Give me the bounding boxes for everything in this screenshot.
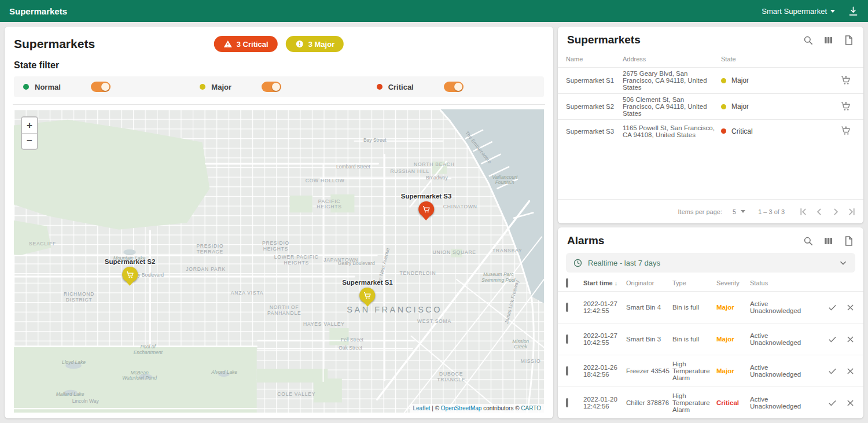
- divider: [13, 104, 545, 105]
- state-label: Critical: [731, 127, 753, 135]
- clear-icon[interactable]: [845, 303, 855, 312]
- critical-toggle[interactable]: [444, 82, 464, 92]
- acknowledge-icon[interactable]: [827, 303, 837, 312]
- acknowledge-icon[interactable]: [827, 334, 837, 344]
- supermarkets-map-card: Supermarkets 3 Critical 3 Major State fi…: [5, 27, 553, 418]
- critical-count-badge[interactable]: 3 Critical: [214, 36, 278, 52]
- table-row[interactable]: Supermarket S1 2675 Geary Blvd, San Fran…: [558, 67, 863, 93]
- attribution-text: contributors ©: [481, 405, 521, 411]
- column-originator[interactable]: Originator: [626, 279, 672, 286]
- osm-link[interactable]: OpenStreetMap: [441, 405, 482, 411]
- map-label: SAN FRANCISCO: [347, 304, 442, 314]
- map[interactable]: SAN FRANCISCOBay StreetNORTH BEACHLombar…: [14, 109, 544, 413]
- columns-icon[interactable]: [823, 236, 834, 247]
- cart-action-icon[interactable]: [840, 125, 855, 137]
- map-marker-supermarket-s1[interactable]: Supermarket S1: [342, 279, 393, 303]
- map-marker-supermarket-s2[interactable]: Supermarket S2: [105, 258, 156, 282]
- warning-icon: [223, 39, 233, 49]
- prev-page-icon[interactable]: [814, 206, 825, 218]
- major-toggle[interactable]: [262, 82, 281, 92]
- map-label: NORTH BEACH: [414, 162, 455, 168]
- alarm-row[interactable]: 2022-01-20 12:42:56 Chiller 378876 High …: [558, 387, 863, 418]
- row-checkbox[interactable]: [566, 398, 568, 407]
- leaflet-link[interactable]: Leaflet: [413, 405, 430, 411]
- alarm-row[interactable]: 2022-01-26 18:42:56 Freezer 43545 High T…: [558, 355, 863, 387]
- supermarket-name: Supermarket S3: [566, 128, 623, 135]
- table-row[interactable]: Supermarket S2 506 Clement St, San Franc…: [558, 93, 863, 119]
- table-row[interactable]: Supermarket S3 1165 Powell St, San Franc…: [558, 119, 863, 142]
- map-label: UNION SQUARE: [433, 250, 476, 256]
- chevron-down-icon: [741, 210, 745, 213]
- major-state-dot: [200, 84, 205, 90]
- last-page-icon[interactable]: [846, 206, 858, 218]
- alarm-originator: Smart Bin 4: [626, 304, 672, 311]
- cart-marker-icon: [418, 201, 434, 217]
- alarm-severity: Critical: [716, 399, 750, 406]
- items-per-page-select[interactable]: 5: [733, 208, 745, 215]
- state-dot: [721, 78, 726, 83]
- column-address[interactable]: Address: [623, 56, 721, 62]
- column-type[interactable]: Type: [672, 279, 716, 286]
- carto-link[interactable]: CARTO: [521, 405, 541, 411]
- acknowledge-icon[interactable]: [827, 398, 837, 408]
- next-page-icon[interactable]: [830, 206, 841, 218]
- row-checkbox[interactable]: [566, 303, 568, 312]
- select-all-checkbox[interactable]: [566, 278, 568, 288]
- major-count-badge[interactable]: 3 Major: [286, 36, 344, 52]
- first-page-icon[interactable]: [797, 206, 809, 218]
- timewindow-select[interactable]: Realtime - last 7 days: [566, 253, 855, 273]
- column-status[interactable]: Status: [750, 279, 804, 286]
- entity-select[interactable]: Smart Supermarket: [762, 7, 835, 16]
- alarm-originator: Freezer 43545: [626, 367, 672, 374]
- normal-toggle[interactable]: [91, 82, 111, 92]
- supermarket-state: Critical: [721, 127, 840, 135]
- items-per-page-value: 5: [733, 208, 736, 215]
- alarm-row[interactable]: 2022-01-27 12:42:55 Smart Bin 4 Bin is f…: [558, 291, 863, 323]
- alarm-row[interactable]: 2022-01-27 10:42:55 Smart Bin 3 Bin is f…: [558, 323, 863, 355]
- map-label: Fell Street: [341, 337, 363, 343]
- alarm-type: Bin is full: [672, 336, 716, 343]
- column-state[interactable]: State: [721, 56, 855, 62]
- map-label: RICHMOND DISTRICT: [57, 292, 102, 304]
- filter-label-critical: Critical: [388, 83, 414, 91]
- search-icon[interactable]: [803, 35, 814, 46]
- supermarket-address: 2675 Geary Blvd, San Francisco, CA 94118…: [623, 70, 721, 91]
- alarm-originator: Chiller 378876: [626, 399, 672, 406]
- export-icon[interactable]: [843, 236, 854, 247]
- map-label: Museum Parc Swimming Pool: [478, 272, 518, 284]
- page-range-label: 1 – 3 of 3: [758, 208, 785, 215]
- alarms-column-header: Start time ↓ Originator Type Severity St…: [558, 274, 863, 291]
- search-icon[interactable]: [803, 236, 814, 247]
- zoom-out-button[interactable]: −: [22, 133, 37, 149]
- alarms-title: Alarms: [567, 234, 604, 247]
- alarm-type: Bin is full: [672, 304, 716, 311]
- download-icon[interactable]: [848, 6, 859, 17]
- row-checkbox[interactable]: [566, 334, 568, 344]
- state-filter-bar: Normal Major Critical: [14, 76, 544, 97]
- clear-icon[interactable]: [845, 398, 855, 408]
- column-name[interactable]: Name: [566, 56, 623, 62]
- supermarket-state: Major: [721, 76, 840, 84]
- row-checkbox[interactable]: [566, 366, 568, 376]
- clear-icon[interactable]: [845, 334, 855, 344]
- cart-action-icon[interactable]: [840, 75, 855, 87]
- zoom-in-button[interactable]: +: [22, 117, 37, 133]
- map-label: RUSSIAN HILL: [390, 170, 429, 175]
- map-label: JAPANTOWN: [323, 258, 358, 264]
- entity-select-value: Smart Supermarket: [762, 7, 827, 16]
- acknowledge-icon[interactable]: [827, 366, 837, 376]
- column-start-time[interactable]: Start time ↓: [583, 279, 626, 286]
- export-icon[interactable]: [843, 35, 854, 46]
- supermarkets-table-title: Supermarkets: [567, 34, 641, 46]
- map-label: SEACLIFF: [29, 241, 56, 247]
- column-severity[interactable]: Severity: [716, 279, 750, 286]
- alarm-originator: Smart Bin 3: [626, 336, 672, 343]
- alarm-type: High Temperature Alarm: [672, 392, 716, 413]
- columns-icon[interactable]: [823, 35, 834, 46]
- cart-action-icon[interactable]: [840, 101, 855, 113]
- info-icon: [295, 39, 304, 49]
- map-marker-supermarket-s3[interactable]: Supermarket S3: [401, 193, 452, 217]
- map-label: WEST SOMA: [417, 319, 451, 325]
- clear-icon[interactable]: [845, 366, 855, 376]
- state-dot: [721, 104, 726, 109]
